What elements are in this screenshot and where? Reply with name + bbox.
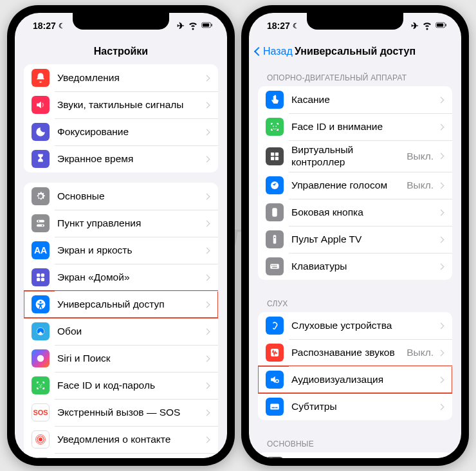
settings-row[interactable]: Face ID и код-пароль: [24, 372, 218, 399]
svg-rect-25: [271, 156, 274, 160]
item-label: Уведомления: [57, 72, 205, 84]
airplane-icon: ✈: [411, 21, 419, 31]
item-label: Виртуальный контроллер: [291, 144, 407, 168]
phone-left: 18:27 ☾ ✈ Настройки Уведомления Звуки, т…: [7, 5, 235, 466]
svg-rect-28: [272, 208, 277, 217]
settings-row[interactable]: Основные: [24, 183, 218, 210]
item-label: Распознавание звуков: [291, 347, 407, 359]
chevron-right-icon: [204, 382, 210, 389]
status-time: 18:27: [267, 21, 290, 31]
settings-row[interactable]: Уведомления: [24, 64, 218, 91]
settings-row[interactable]: Фокусирование: [24, 118, 218, 145]
text-size-icon: AA: [32, 241, 50, 259]
ear-icon: [266, 317, 284, 335]
status-time: 18:27: [33, 21, 56, 31]
list-group: Слуховые устройства Распознавание звуков…: [258, 312, 452, 420]
notch: [307, 13, 403, 30]
chevron-right-icon: [438, 236, 444, 243]
settings-content[interactable]: Уведомления Звуки, тактильные сигналы Фо…: [15, 64, 227, 458]
svg-point-31: [274, 237, 275, 238]
settings-row[interactable]: Управление голосом Выкл.: [258, 172, 452, 199]
exposure-icon: [32, 430, 50, 448]
chevron-right-icon: [438, 263, 444, 270]
accessibility-icon: [32, 295, 50, 313]
chevron-right-icon: [438, 124, 444, 130]
accessibility-content[interactable]: ОПОРНО-ДВИГАТЕЛЬНЫЙ АППАРАТ Касание Face…: [249, 64, 461, 458]
chevron-right-icon: [204, 274, 210, 281]
svg-point-27: [271, 181, 279, 189]
settings-row[interactable]: Универсальный доступ: [24, 291, 218, 318]
nav-bar: Настройки: [15, 39, 227, 64]
item-label: Звуки, тактильные сигналы: [57, 99, 205, 111]
svg-rect-24: [275, 152, 279, 156]
list-group: Касание Face ID и внимание Виртуальный к…: [258, 86, 452, 280]
settings-row[interactable]: Экран «Домой»: [24, 264, 218, 291]
settings-row[interactable]: Гид-доступ Выкл.: [258, 452, 452, 458]
item-label: Касание: [291, 94, 439, 106]
wifi-icon: [187, 19, 199, 33]
svg-rect-43: [275, 407, 278, 409]
item-label: Боковая кнопка: [291, 207, 439, 219]
item-value: Выкл.: [407, 347, 434, 358]
svg-rect-9: [37, 278, 40, 281]
settings-row[interactable]: Субтитры: [258, 393, 452, 420]
chevron-right-icon: [438, 153, 444, 160]
settings-row[interactable]: Экранное время: [24, 145, 218, 172]
chevron-right-icon: [438, 209, 444, 216]
svg-rect-21: [437, 23, 443, 26]
dnd-moon-icon: ☾: [293, 22, 299, 30]
chevron-right-icon: [204, 301, 210, 308]
settings-row[interactable]: Аудиовизуализация: [258, 366, 452, 393]
settings-row[interactable]: Виртуальный контроллер Выкл.: [258, 140, 452, 172]
item-label: Слуховые устройства: [291, 320, 439, 332]
svg-rect-34: [273, 265, 274, 266]
chevron-right-icon: [204, 409, 210, 416]
svg-rect-23: [271, 152, 274, 156]
svg-rect-10: [41, 278, 44, 281]
back-button[interactable]: Назад: [255, 46, 293, 57]
svg-rect-36: [276, 265, 277, 266]
battery-icon: [435, 19, 447, 33]
item-label: Управление голосом: [291, 180, 407, 192]
chevron-right-icon: [204, 156, 210, 162]
item-label: Обои: [57, 326, 205, 338]
settings-row[interactable]: Звуки, тактильные сигналы: [24, 91, 218, 118]
audiovisual-icon: [266, 371, 284, 389]
phone-right: 18:27 ☾ ✈ Назад Универсальный доступ ОПО…: [241, 5, 469, 466]
settings-row[interactable]: Касание: [258, 86, 452, 113]
list-group: Гид-доступ Выкл. Siri Быстрая команда Сп…: [258, 452, 452, 458]
section-header: ОСНОВНЫЕ: [258, 430, 452, 452]
item-label: Пункт управления: [57, 217, 205, 230]
item-label: Клавиатуры: [291, 261, 439, 273]
settings-row[interactable]: Face ID и внимание: [258, 113, 452, 140]
subtitles-icon: [266, 398, 284, 416]
settings-row[interactable]: Аккумулятор: [24, 453, 218, 458]
svg-rect-35: [274, 265, 275, 266]
chevron-right-icon: [204, 75, 210, 81]
svg-rect-1: [203, 23, 209, 26]
settings-row[interactable]: Слуховые устройства: [258, 312, 452, 339]
settings-row[interactable]: Клавиатуры: [258, 253, 452, 280]
chevron-right-icon: [438, 349, 444, 356]
settings-row[interactable]: Пульт Apple TV: [258, 226, 452, 253]
settings-row[interactable]: Боковая кнопка: [258, 199, 452, 226]
settings-row[interactable]: SOS Экстренный вызов — SOS: [24, 399, 218, 426]
settings-row[interactable]: Обои: [24, 318, 218, 345]
settings-row[interactable]: Пункт управления: [24, 210, 218, 237]
settings-row[interactable]: Уведомления о контакте: [24, 426, 218, 453]
faceid-attn-icon: [266, 118, 284, 136]
hourglass-icon: [32, 150, 50, 168]
wallpaper-icon: [32, 322, 50, 340]
screen-right: 18:27 ☾ ✈ Назад Универсальный доступ ОПО…: [249, 13, 461, 458]
moon-icon: [32, 123, 50, 141]
item-label: Основные: [57, 190, 205, 203]
airplane-icon: ✈: [177, 21, 185, 31]
svg-rect-41: [270, 404, 279, 410]
settings-row[interactable]: Siri и Поиск: [24, 345, 218, 372]
home-grid-icon: [32, 268, 50, 286]
svg-rect-33: [271, 265, 273, 266]
sound-recog-icon: [266, 344, 284, 362]
settings-row[interactable]: Распознавание звуков Выкл.: [258, 339, 452, 366]
chevron-right-icon: [438, 182, 444, 189]
settings-row[interactable]: AA Экран и яркость: [24, 237, 218, 264]
